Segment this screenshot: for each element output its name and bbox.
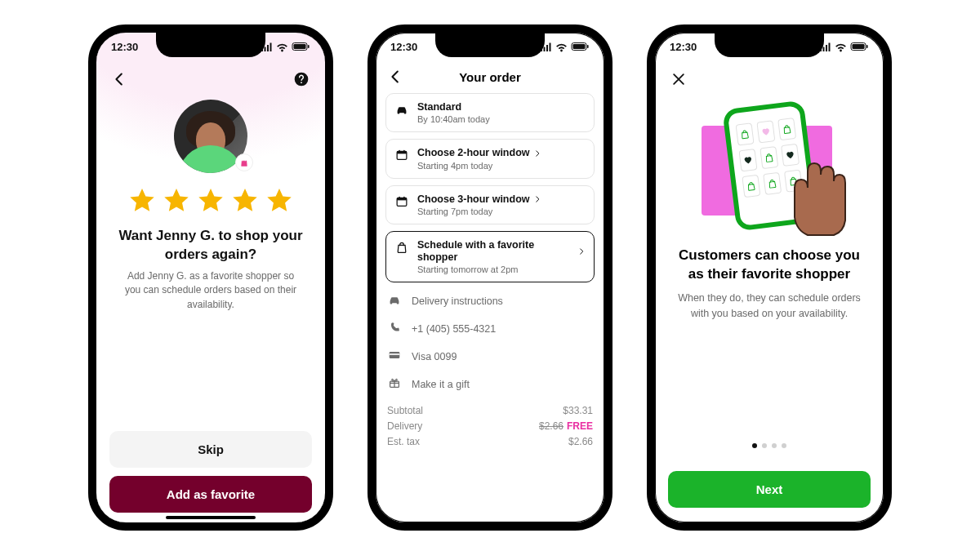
battery-icon (292, 42, 310, 51)
rating-stars (96, 186, 325, 216)
page-dot (772, 443, 777, 448)
status-time: 12:30 (670, 41, 697, 53)
order-totals: Subtotal $33.31 Delivery $2.66FREE Est. … (376, 405, 604, 447)
delivery-label: Delivery (387, 420, 422, 432)
back-button[interactable] (385, 66, 407, 87)
subtotal-value: $33.31 (563, 405, 593, 416)
page-dot (752, 443, 757, 448)
option-title: Choose 2-hour window (417, 147, 530, 158)
chevron-right-icon (577, 247, 586, 256)
close-icon (670, 71, 687, 87)
page-title: Your order (459, 70, 521, 84)
skip-button[interactable]: Skip (109, 431, 312, 468)
delivery-free: FREE (567, 420, 593, 432)
wifi-icon (276, 42, 288, 52)
battery-icon (850, 42, 869, 51)
phone-shopper-onboarding: 12:30 (647, 24, 892, 531)
row-label: Visa 0099 (412, 351, 457, 362)
status-icons (540, 42, 590, 52)
car-icon (394, 102, 409, 117)
delivery-option-3hour[interactable]: Choose 3-hour window Starting 7pm today (385, 185, 595, 224)
row-label: Make it a gift (412, 379, 470, 390)
option-subtitle: Starting 7pm today (417, 207, 586, 216)
page-dot (782, 443, 786, 448)
onboarding-subtext: When they do, they can schedule orders w… (655, 291, 884, 322)
status-icons (819, 42, 869, 52)
option-title: Choose 3-hour window (417, 193, 530, 205)
delivery-option-2hour[interactable]: Choose 2-hour window Starting 4pm today (385, 139, 595, 178)
close-button[interactable] (668, 69, 689, 90)
shopper-badge (235, 153, 253, 171)
star-icon (162, 186, 191, 216)
calendar-icon (394, 194, 409, 209)
star-icon (265, 186, 294, 216)
status-time: 12:30 (111, 41, 138, 53)
option-subtitle: Starting 4pm today (417, 161, 586, 171)
phone-favorite-shopper-prompt: 12:30 (88, 24, 333, 531)
phone-number-row[interactable]: +1 (405) 555-4321 (387, 320, 593, 338)
payment-card-row[interactable]: Visa 0099 (387, 348, 593, 366)
wifi-icon (555, 42, 568, 52)
option-subtitle: By 10:40am today (417, 114, 586, 124)
credit-card-icon (387, 348, 402, 362)
prompt-subtext: Add Jenny G. as a favorite shopper so yo… (96, 269, 325, 312)
phone-notch (715, 33, 824, 57)
phone-notch (435, 33, 545, 57)
shopping-bag-icon (238, 157, 250, 168)
gift-icon (387, 375, 402, 390)
calendar-icon (394, 148, 409, 162)
battery-icon (571, 42, 590, 51)
next-button[interactable]: Next (668, 471, 871, 508)
home-indicator[interactable] (166, 516, 256, 519)
shopping-bag-icon (394, 240, 409, 255)
wifi-icon (835, 42, 847, 52)
tax-label: Est. tax (387, 436, 420, 447)
add-as-favorite-button[interactable]: Add as favorite (109, 476, 312, 513)
delivery-option-favorite-shopper[interactable]: Schedule with a favorite shopper Startin… (385, 231, 595, 282)
row-label: +1 (405) 555-4321 (412, 323, 496, 335)
star-icon (230, 186, 260, 216)
chevron-right-icon (533, 195, 541, 203)
subtotal-label: Subtotal (387, 405, 423, 416)
phone-notch (156, 33, 265, 57)
delivery-instructions-row[interactable]: Delivery instructions (387, 292, 593, 310)
page-indicator (655, 443, 884, 448)
chevron-right-icon (533, 149, 541, 158)
help-button[interactable] (291, 69, 312, 90)
page-dot (762, 443, 767, 448)
car-icon (387, 292, 402, 307)
back-arrow-icon (387, 68, 405, 86)
prompt-heading: Want Jenny G. to shop your orders again? (96, 216, 325, 269)
onboarding-heading: Customers can choose you as their favori… (655, 232, 884, 291)
row-label: Delivery instructions (412, 295, 503, 307)
status-time: 12:30 (390, 41, 417, 53)
option-title: Schedule with a favorite shopper (417, 239, 574, 263)
hand-icon (754, 139, 852, 237)
tax-value: $2.66 (568, 436, 593, 447)
delivery-original: $2.66 (539, 420, 564, 432)
star-icon (127, 186, 157, 216)
delivery-option-standard[interactable]: Standard By 10:40am today (385, 93, 595, 132)
make-gift-row[interactable]: Make it a gift (387, 375, 593, 393)
star-icon (196, 186, 225, 216)
onboarding-illustration (655, 101, 884, 232)
status-icons (261, 42, 310, 52)
back-button[interactable] (109, 69, 131, 90)
option-subtitle: Starting tomorrow at 2pm (417, 264, 586, 274)
help-icon (293, 71, 310, 87)
phone-icon (387, 320, 402, 335)
phone-your-order: 12:30 Your order Standard By 10:40am tod… (368, 24, 612, 531)
option-title: Standard (417, 101, 461, 113)
back-arrow-icon (111, 70, 129, 88)
